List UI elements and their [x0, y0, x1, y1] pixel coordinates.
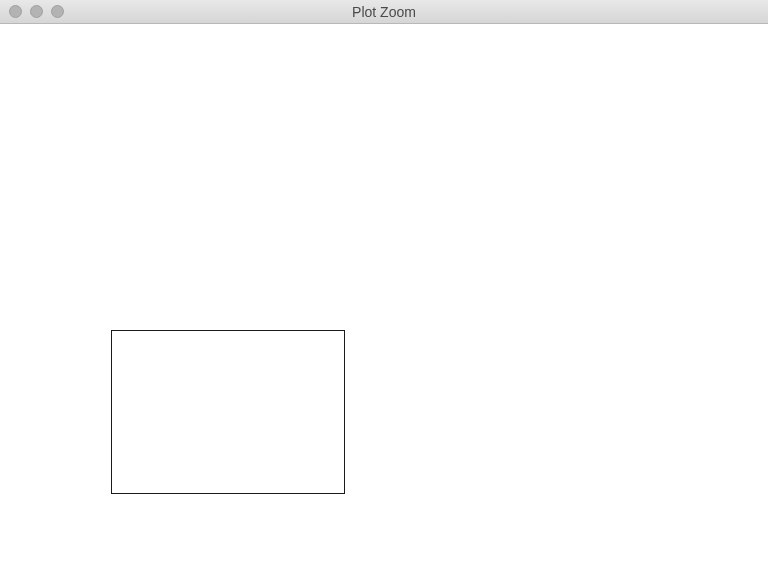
maximize-icon[interactable]	[51, 5, 64, 18]
window-controls	[0, 5, 64, 18]
window-title: Plot Zoom	[0, 4, 768, 20]
plot-area	[0, 24, 768, 573]
close-icon[interactable]	[9, 5, 22, 18]
plot-frame	[111, 330, 345, 494]
minimize-icon[interactable]	[30, 5, 43, 18]
window-titlebar: Plot Zoom	[0, 0, 768, 24]
